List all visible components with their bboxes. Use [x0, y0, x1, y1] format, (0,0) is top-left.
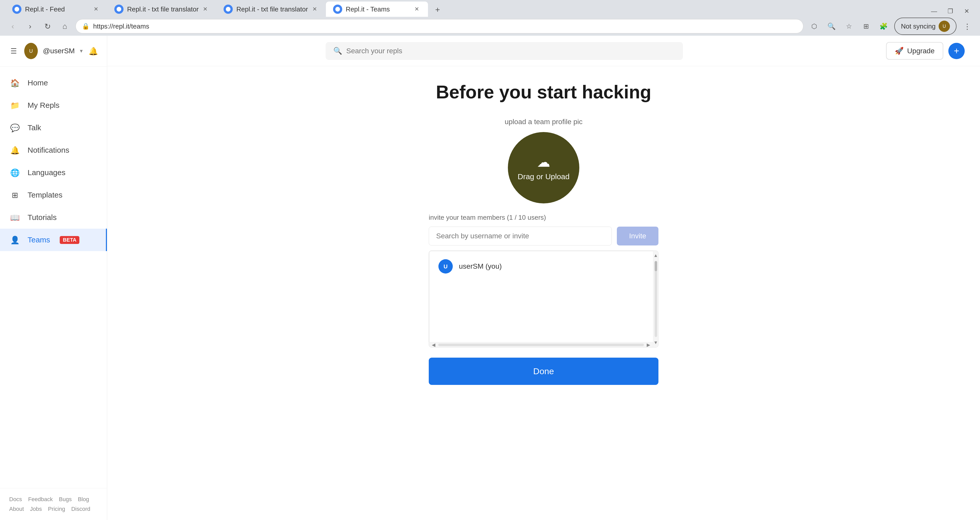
home-button[interactable]: ⌂: [58, 20, 72, 33]
hamburger-menu-button[interactable]: ☰: [8, 44, 19, 58]
invite-input[interactable]: [429, 227, 612, 246]
scroll-left-arrow[interactable]: ◀: [429, 342, 438, 348]
tab-4-title: Repl.it - Teams: [346, 5, 410, 13]
scroll-right-arrow[interactable]: ▶: [644, 342, 653, 348]
sidebar-item-my-repls-label: My Repls: [27, 101, 59, 109]
footer-bugs[interactable]: Bugs: [59, 496, 72, 503]
sidebar-item-languages-label: Languages: [27, 168, 65, 177]
page-content: Before you start hacking upload a team p…: [107, 66, 980, 400]
scroll-up-arrow[interactable]: ▲: [654, 251, 658, 260]
scroll-track-h: [438, 344, 644, 346]
sidebar-item-templates-label: Templates: [27, 191, 62, 199]
sidebar-item-tutorials-label: Tutorials: [27, 213, 57, 222]
tabs-bar: Repl.it - Feed ✕ Repl.it - txt file tran…: [0, 0, 980, 17]
search-icon[interactable]: 🔍: [825, 20, 838, 33]
cast-icon[interactable]: ⬡: [808, 20, 821, 33]
horizontal-scrollbar[interactable]: ◀ ▶: [429, 342, 653, 347]
extension-icon[interactable]: 🧩: [877, 20, 890, 33]
tab-1-close[interactable]: ✕: [92, 5, 100, 13]
browser-profile-avatar: U: [939, 21, 950, 32]
svg-text:U: U: [29, 48, 33, 54]
restore-button[interactable]: ❐: [945, 6, 956, 17]
address-bar[interactable]: 🔒 https://repl.it/teams: [76, 19, 803, 33]
sidebar-item-talk[interactable]: 💬 Talk: [0, 116, 107, 139]
minimize-button[interactable]: —: [928, 6, 940, 17]
reload-button[interactable]: ↻: [41, 20, 54, 33]
new-repl-button[interactable]: +: [948, 43, 965, 59]
navigation-bar: ‹ › ↻ ⌂ 🔒 https://repl.it/teams ⬡ 🔍 ☆ ⊞ …: [0, 17, 980, 36]
footer-blog[interactable]: Blog: [78, 496, 89, 503]
tutorials-icon: 📖: [9, 212, 21, 223]
page-title: Before you start hacking: [436, 82, 651, 103]
scroll-down-arrow[interactable]: ▼: [654, 338, 658, 347]
footer-links: Docs Feedback Bugs Blog About Jobs Prici…: [9, 496, 98, 512]
templates-icon: ⊞: [9, 189, 21, 201]
languages-icon: 🌐: [9, 167, 21, 178]
tab-3[interactable]: Repl.it - txt file translator ✕: [216, 2, 326, 17]
sidebar-item-tutorials[interactable]: 📖 Tutorials: [0, 206, 107, 229]
sidebar: ☰ U @userSM ▾ 🔔 🏠 Home 📁 My Repls 💬 Talk: [0, 36, 107, 520]
tab-4[interactable]: Repl.it - Teams ✕: [326, 2, 428, 17]
bookmarks-icon[interactable]: ⊞: [859, 20, 873, 33]
svg-point-1: [117, 7, 121, 11]
tab-3-close[interactable]: ✕: [310, 5, 319, 13]
sidebar-item-my-repls[interactable]: 📁 My Repls: [0, 94, 107, 116]
talk-icon: 💬: [9, 122, 21, 133]
back-button[interactable]: ‹: [6, 20, 19, 33]
footer-feedback[interactable]: Feedback: [28, 496, 53, 503]
tab-2-favicon: [115, 5, 124, 14]
nav-actions: ⬡ 🔍 ☆ ⊞ 🧩 Not syncing U ⋮: [808, 17, 974, 35]
tab-4-close[interactable]: ✕: [413, 5, 421, 13]
rocket-icon: 🚀: [895, 47, 904, 55]
lock-icon: 🔒: [82, 23, 89, 30]
search-bar-icon: 🔍: [333, 47, 342, 55]
svg-text:U: U: [943, 24, 946, 29]
user-dropdown-arrow[interactable]: ▾: [80, 48, 83, 54]
bookmark-icon[interactable]: ☆: [842, 20, 856, 33]
search-bar[interactable]: 🔍: [326, 42, 683, 60]
members-list: U userSM (you): [429, 251, 658, 347]
footer-discord[interactable]: Discord: [71, 506, 90, 512]
my-repls-icon: 📁: [9, 100, 21, 111]
forward-button[interactable]: ›: [24, 20, 37, 33]
not-syncing-button[interactable]: Not syncing U: [894, 17, 956, 35]
header-actions: 🚀 Upgrade +: [886, 42, 965, 60]
invite-button[interactable]: Invite: [617, 227, 659, 246]
sidebar-item-teams[interactable]: 👤 Teams BETA: [0, 229, 107, 251]
vertical-scrollbar[interactable]: ▲ ▼: [653, 251, 658, 347]
sidebar-item-talk-label: Talk: [27, 124, 41, 132]
close-button[interactable]: ✕: [961, 6, 972, 17]
svg-text:U: U: [444, 263, 448, 270]
sidebar-item-languages[interactable]: 🌐 Languages: [0, 161, 107, 184]
app-layout: ☰ U @userSM ▾ 🔔 🏠 Home 📁 My Repls 💬 Talk: [0, 36, 980, 520]
tab-2[interactable]: Repl.it - txt file translator ✕: [107, 2, 216, 17]
browser-menu-button[interactable]: ⋮: [961, 20, 974, 33]
footer-about[interactable]: About: [9, 506, 24, 512]
footer-docs[interactable]: Docs: [9, 496, 22, 503]
main-header: 🔍 🚀 Upgrade +: [107, 36, 980, 66]
search-input[interactable]: [346, 47, 675, 55]
member-item: U userSM (you): [429, 254, 658, 279]
footer-pricing[interactable]: Pricing: [48, 506, 65, 512]
upgrade-label: Upgrade: [907, 47, 935, 55]
done-button[interactable]: Done: [429, 358, 659, 385]
sidebar-item-templates[interactable]: ⊞ Templates: [0, 184, 107, 206]
footer-jobs[interactable]: Jobs: [30, 506, 42, 512]
sidebar-footer: Docs Feedback Bugs Blog About Jobs Prici…: [0, 488, 107, 520]
sidebar-item-notifications[interactable]: 🔔 Notifications: [0, 139, 107, 161]
new-tab-button[interactable]: +: [431, 3, 445, 17]
sidebar-item-home-label: Home: [27, 79, 48, 87]
user-avatar[interactable]: U: [24, 43, 38, 59]
notifications-icon: 🔔: [9, 144, 21, 156]
profile-pic-upload[interactable]: ☁ Drag or Upload: [508, 132, 579, 203]
setup-card: upload a team profile pic ☁ Drag or Uplo…: [429, 118, 659, 385]
user-name[interactable]: @userSM: [43, 47, 75, 55]
window-controls: — ❐ ✕: [928, 6, 980, 17]
tab-3-title: Repl.it - txt file translator: [236, 5, 308, 13]
tab-1[interactable]: Repl.it - Feed ✕: [5, 2, 107, 17]
notifications-bell-icon[interactable]: 🔔: [88, 44, 99, 58]
sidebar-item-home[interactable]: 🏠 Home: [0, 71, 107, 94]
upgrade-button[interactable]: 🚀 Upgrade: [886, 42, 943, 60]
tab-2-close[interactable]: ✕: [201, 5, 209, 13]
profile-pic-label: upload a team profile pic: [504, 118, 582, 126]
